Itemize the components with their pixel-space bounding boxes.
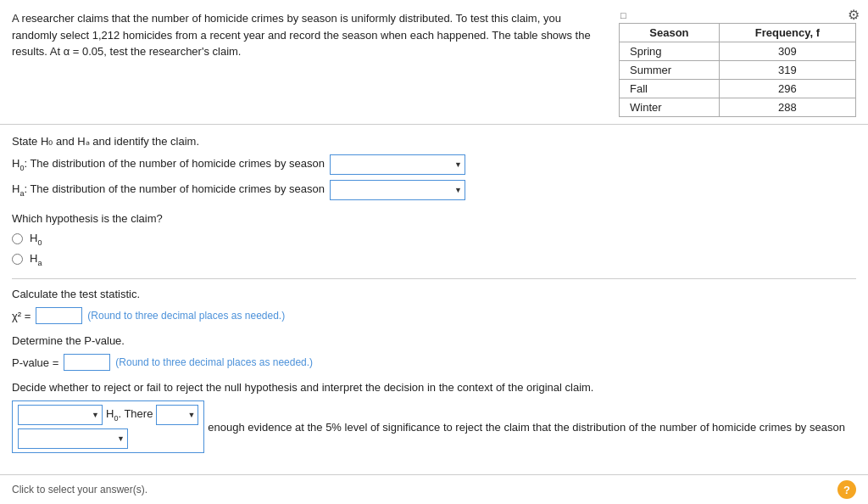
ha-select-wrapper: is uniformly distributed is not uniforml…	[330, 180, 465, 200]
bottom-bar: Click to select your answer(s). ?	[0, 474, 868, 504]
main-content: State H₀ and Hₐ and identify the claim. …	[0, 125, 868, 475]
chi-hint: (Round to three decimal places as needed…	[87, 310, 285, 322]
expand-icon[interactable]: □	[620, 10, 626, 20]
table-row: 309	[719, 42, 855, 61]
radio-h0-item: H0	[12, 232, 856, 247]
evidence-dropdown[interactable]: sufficient insufficient	[18, 428, 128, 449]
is-select-wrapper: is is not	[156, 405, 198, 425]
pvalue-input[interactable]	[64, 354, 110, 371]
radio-ha-label: Ha	[30, 252, 42, 267]
evidence-select-wrapper: sufficient insufficient	[18, 428, 128, 449]
click-text: Click to select your answer(s).	[12, 484, 147, 496]
calc-label: Calculate the test statistic.	[12, 288, 856, 300]
radio-h0-label: H0	[30, 232, 42, 247]
ha-row: Ha: The distribution of the number of ho…	[12, 180, 856, 200]
chi-eq-label: χ² =	[12, 310, 31, 322]
p-hint: (Round to three decimal places as needed…	[115, 356, 313, 368]
reject-dropdown[interactable]: Reject Fail to reject	[18, 405, 103, 425]
chi-row: χ² = (Round to three decimal places as n…	[12, 307, 856, 324]
determine-p-label: Determine the P-value.	[12, 334, 856, 347]
h0-row: H0: The distribution of the number of ho…	[12, 154, 856, 175]
season-header: Season	[620, 24, 720, 42]
pvalue-row: P-value = (Round to three decimal places…	[12, 354, 856, 371]
table-row: 288	[719, 98, 855, 117]
decide-label: Decide whether to reject or fail to reje…	[12, 381, 856, 394]
p-label: P-value =	[12, 356, 58, 369]
decision-block: Reject Fail to reject H0. There is is no…	[12, 400, 204, 453]
top-section: A researcher claims that the number of h…	[0, 0, 868, 125]
h0-select-wrapper: is uniformly distributed is not uniforml…	[330, 154, 465, 175]
enough-text: enough evidence at the 5% level of signi…	[208, 421, 845, 434]
ha-label: Ha: The distribution of the number of ho…	[12, 182, 325, 198]
radio-ha[interactable]	[12, 254, 23, 265]
chi-input[interactable]	[36, 307, 82, 324]
table-row: Fall	[620, 80, 720, 98]
state-h-label: State H₀ and Hₐ and identify the claim.	[12, 135, 856, 148]
h0-decision-text: H0. There	[106, 407, 153, 423]
decision-row: Reject Fail to reject H0. There is is no…	[12, 400, 856, 453]
decision-section: Decide whether to reject or fail to reje…	[12, 381, 856, 453]
which-hypothesis-section: Which hypothesis is the claim? H0 Ha	[12, 212, 856, 266]
state-hypothesis-section: State H₀ and Hₐ and identify the claim. …	[12, 135, 856, 200]
calc-section: Calculate the test statistic. χ² = (Roun…	[12, 288, 856, 324]
table-row: Winter	[620, 98, 720, 117]
reject-select-wrapper: Reject Fail to reject	[18, 405, 103, 425]
pvalue-section: Determine the P-value. P-value = (Round …	[12, 334, 856, 371]
frequency-header: Frequency, f	[719, 24, 855, 42]
h0-label: H0: The distribution of the number of ho…	[12, 157, 325, 172]
table-row: 319	[719, 61, 855, 80]
problem-text: A researcher claims that the number of h…	[12, 10, 605, 117]
table-row: 296	[719, 80, 855, 98]
help-button[interactable]: ?	[837, 480, 856, 499]
table-row: Spring	[620, 42, 720, 61]
which-hypothesis-label: Which hypothesis is the claim?	[12, 212, 856, 225]
table-row: Summer	[620, 61, 720, 80]
is-dropdown[interactable]: is is not	[156, 405, 198, 425]
radio-h0[interactable]	[12, 233, 23, 244]
ha-dropdown[interactable]: is uniformly distributed is not uniforml…	[330, 180, 465, 200]
h0-dropdown[interactable]: is uniformly distributed is not uniforml…	[330, 154, 465, 175]
radio-ha-item: Ha	[12, 252, 856, 267]
data-table: Season Frequency, f Spring309Summer319Fa…	[619, 23, 856, 117]
